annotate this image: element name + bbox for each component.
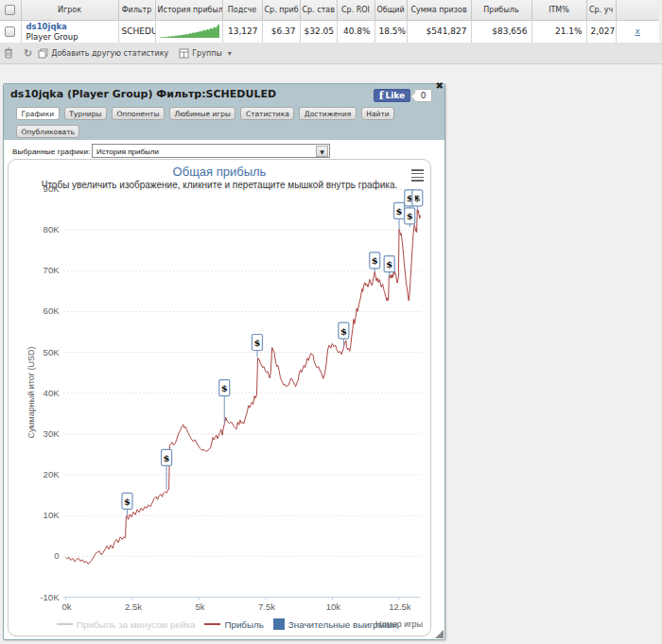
profit-cell: $83,656: [471, 20, 531, 43]
select-all-checkbox[interactable]: [5, 5, 15, 15]
column-header-9[interactable]: Сумма призов: [407, 0, 471, 20]
graph-select[interactable]: История прибыли ▼: [92, 144, 330, 158]
graph-select-label: Выбранные графики:: [12, 148, 90, 156]
delete-icon[interactable]: [4, 47, 13, 59]
graph-select-value: История прибыли: [96, 148, 159, 156]
toolbar: ↻ Добавить другую статистику Группы ▾: [0, 43, 662, 64]
tab-опубликовать[interactable]: Опубликовать: [16, 125, 79, 138]
add-statistic-label[interactable]: Добавить другую статистику: [51, 49, 168, 58]
svg-text:$: $: [124, 496, 131, 507]
refresh-icon[interactable]: ↻: [24, 47, 32, 60]
legend-item-1[interactable]: Прибыль: [204, 619, 263, 630]
column-header-11[interactable]: ITM%: [531, 0, 586, 20]
svg-text:0k: 0k: [61, 601, 71, 612]
avg-entrants-cell: 2,027: [586, 20, 616, 43]
itm-cell: 21.1%: [531, 20, 586, 43]
legend-label-0: Прибыль за минусом рейка: [77, 619, 195, 630]
svg-text:12.5k: 12.5k: [389, 601, 410, 612]
column-header-0[interactable]: [0, 0, 21, 20]
legend-swatch-2: [273, 618, 285, 630]
legend-item-0[interactable]: Прибыль за минусом рейка: [57, 619, 195, 630]
svg-text:-10K: -10K: [40, 592, 60, 602]
player-cell: ds10jqka Player Group: [21, 20, 118, 43]
column-header-10[interactable]: Прибыль: [471, 0, 531, 20]
panel-title: ds10jqka (Player Group) Фильтр:SCHEDULED: [10, 88, 276, 100]
add-statistic-icon[interactable]: [38, 48, 48, 59]
column-header-6[interactable]: Ср. став: [300, 0, 337, 20]
tab-турниры[interactable]: Турниры: [64, 107, 107, 120]
svg-text:0: 0: [54, 550, 59, 561]
column-header-1[interactable]: Игрок: [21, 0, 118, 20]
column-header-4[interactable]: Подсче: [222, 0, 262, 20]
legend-label-2: Значительные выигрыши: [288, 619, 397, 630]
svg-text:$: $: [396, 206, 403, 217]
stats-table: ИгрокФильтрИстория прибылПодсчеСр. прибС…: [0, 0, 659, 44]
tab-графики[interactable]: Графики: [16, 107, 60, 120]
svg-text:80K: 80K: [44, 224, 61, 235]
tabs-row-2: Опубликовать: [16, 125, 79, 138]
column-header-3[interactable]: История прибыл: [155, 0, 222, 20]
total-prizes-cell: $541,827: [407, 20, 471, 43]
svg-text:20K: 20K: [44, 469, 61, 479]
svg-text:90K: 90K: [44, 183, 61, 194]
tab-оппоненты[interactable]: Оппоненты: [112, 107, 165, 120]
tab-достижения[interactable]: Достижения: [299, 107, 356, 120]
facebook-like-button[interactable]: fLike: [374, 89, 410, 102]
groups-label[interactable]: Группы: [192, 49, 221, 58]
like-count-badge: 0: [414, 89, 432, 102]
column-header-2[interactable]: Фильтр: [118, 0, 155, 20]
groups-icon[interactable]: [179, 48, 189, 59]
tab-любимые игры[interactable]: Любимые игры: [169, 107, 236, 120]
chart-legend: Прибыль за минусом рейкаПрибыльЗначитель…: [16, 618, 438, 630]
svg-text:70K: 70K: [44, 265, 61, 275]
column-header-8[interactable]: Общий: [375, 0, 407, 20]
svg-text:$: $: [253, 338, 260, 348]
games-count-cell: 13,127: [222, 20, 262, 43]
remove-cell: x: [616, 20, 659, 43]
svg-text:$: $: [407, 211, 413, 221]
svg-text:$: $: [340, 326, 347, 337]
column-header-5[interactable]: Ср. приб: [262, 0, 300, 20]
svg-text:$: $: [386, 259, 392, 270]
row-checkbox-cell: [0, 20, 21, 43]
avg-profit-cell: $6.37: [262, 20, 300, 43]
player-name-link[interactable]: ds10jqka: [26, 22, 67, 31]
svg-text:$: $: [164, 453, 170, 463]
svg-text:60K: 60K: [44, 305, 61, 316]
legend-swatch-0: [57, 623, 73, 625]
total-roi-cell: 18.5%: [375, 20, 407, 43]
player-type-label: Player Group: [26, 32, 118, 43]
groups-caret-icon[interactable]: ▾: [228, 49, 232, 58]
svg-text:$: $: [221, 383, 228, 393]
panel-header: ds10jqka (Player Group) Фильтр:SCHEDULED…: [4, 84, 444, 140]
column-header-13[interactable]: [616, 0, 659, 20]
filter-cell: SCHEDULED: [118, 20, 155, 43]
avg-stake-cell: $32.05: [300, 20, 337, 43]
select-dropdown-icon[interactable]: ▼: [316, 146, 328, 157]
legend-item-2[interactable]: Значительные выигрыши: [273, 618, 397, 630]
tabs-row-1: ГрафикиТурнирыОппонентыЛюбимые игрыСтати…: [16, 107, 394, 120]
profit-history-sparkline[interactable]: [159, 22, 220, 39]
column-header-7[interactable]: Ср. ROI: [337, 0, 375, 20]
svg-text:10K: 10K: [44, 510, 61, 520]
svg-text:5k: 5k: [195, 601, 204, 612]
svg-text:2.5k: 2.5k: [125, 601, 142, 612]
tab-найти[interactable]: Найти: [361, 107, 394, 120]
panel-resize-handle[interactable]: [435, 630, 444, 638]
column-header-12[interactable]: Ср. уч: [586, 0, 616, 20]
remove-row-link[interactable]: x: [636, 26, 640, 36]
facebook-logo-icon: f: [379, 92, 384, 100]
row-checkbox[interactable]: [5, 26, 15, 37]
sparkline-cell: [155, 20, 222, 43]
tab-статистика[interactable]: Статистика: [240, 107, 294, 120]
avg-roi-cell: 40.8%: [337, 20, 375, 43]
panel-close-icon[interactable]: ✖: [436, 80, 444, 91]
svg-text:50K: 50K: [44, 347, 61, 357]
player-panel: ds10jqka (Player Group) Фильтр:SCHEDULED…: [3, 83, 445, 640]
svg-text:7.5k: 7.5k: [258, 601, 275, 612]
table-header-row: ИгрокФильтрИстория прибылПодсчеСр. прибС…: [0, 0, 659, 20]
svg-text:10k: 10k: [326, 601, 341, 612]
profit-chart: -10K010K20K30K40K50K60K70K80K90K0k2.5k5k…: [9, 160, 430, 635]
chart-container[interactable]: Общая прибыль Чтобы увеличить изображени…: [8, 159, 431, 636]
svg-text:40K: 40K: [44, 388, 61, 398]
